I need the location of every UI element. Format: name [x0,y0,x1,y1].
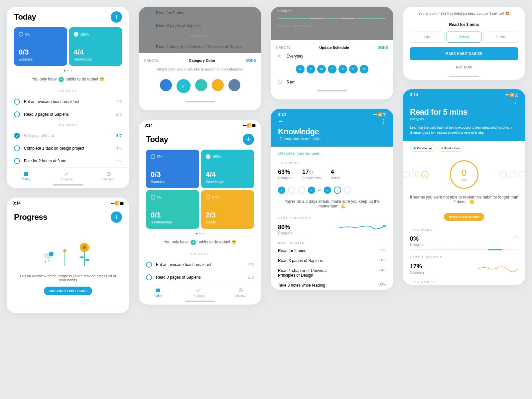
duration-option[interactable]: 5 mins [483,32,518,43]
screen-color-modal: Read for 5 mins2/3 Read 3 pages of Sapie… [139,7,261,110]
tab-settings[interactable]: Settings [103,171,114,181]
add-button[interactable]: + [111,11,122,23]
day-chip[interactable]: W [317,65,326,73]
circle-icon [14,145,20,151]
tab-today[interactable]: Today [22,171,30,181]
status-time: 3:14 [145,123,153,128]
color-option[interactable] [160,79,172,91]
done-button[interactable]: DONE [245,59,256,63]
tab-today[interactable]: Today [154,287,162,297]
screen-make-easier: You should make this habit so easy you c… [403,7,525,80]
not-now-button[interactable]: NOT NOW [403,60,525,74]
habit-row[interactable]: Read 3 pages of Sapiens2/3 [7,108,129,121]
best-habit-row[interactable]: Take 3 notes while reading32% [271,280,393,290]
streak-row: ✓✓✓T [271,183,393,198]
color-option[interactable] [212,79,224,91]
cancel-button[interactable]: CANCEL [144,59,159,63]
illustration [7,227,129,274]
best-habit-row[interactable]: Read for 5 mins92% [271,246,393,256]
category-tag[interactable]: Knowledge [410,145,436,152]
stat: 63%Complete [278,169,292,180]
status-icons: •••• 📶 ▮▮ [242,123,255,128]
category-card[interactable]: 0%0/1Relationships [146,190,199,229]
duration-option[interactable]: 1 min [410,32,445,43]
day-chip[interactable]: S [360,65,368,73]
svg-point-7 [63,249,66,252]
sheet-title: Update Schedule [319,46,349,50]
day-chip[interactable]: M [296,65,305,73]
category-card-knowledge[interactable]: ✓100% 4/4Knowledge [69,27,122,66]
section-morning: MORNING [7,121,129,129]
add-button[interactable]: + [111,211,122,223]
habit-row[interactable]: Read 3 pages of Sapiens2/3 [139,271,261,284]
easier-sub: You should make this habit so easy you c… [403,11,525,20]
svg-line-6 [48,260,49,263]
habit-row[interactable]: Eat an avocado toast breakfast2/3 [139,258,261,271]
category-tag[interactable]: Productivity [438,145,464,152]
stat: 4Habits [331,169,340,180]
color-option[interactable] [195,79,207,91]
category-card[interactable]: 0%0/3Exercise [146,150,199,188]
svg-rect-14 [156,289,160,292]
cloud-rain-icon [42,251,55,267]
sunflower-icon [74,241,94,267]
sheet-title: Category Color [189,59,215,63]
chevron-right-icon: › [385,80,387,84]
stat: 17/28Completions [302,169,321,180]
easier-title: Read for 3 mins [403,20,525,32]
sheet-subtitle: Which color would you like to assign to … [144,63,256,76]
day-chip[interactable]: F [338,65,347,73]
done-button[interactable]: DONE [377,46,388,50]
cancel-button[interactable]: CANCEL [276,46,291,50]
svg-line-5 [45,260,46,263]
duration-option-selected[interactable]: 3 mins [447,32,481,43]
category-card-exercise[interactable]: 0% 0/3Exercise [14,27,67,66]
tab-progress[interactable]: Progress [61,171,72,181]
frequency-row[interactable]: ⇄Everyday› [276,50,388,63]
streak-message: You're on a 2 days streak, make sure you… [271,198,393,213]
best-habit-row[interactable]: Read 1 chapter of Universal Principles o… [271,266,393,280]
more-icon[interactable]: ⋮ [381,118,386,125]
back-icon[interactable]: ← [278,118,284,125]
best-habit-row[interactable]: Read 3 pages of Sapiens88% [271,256,393,266]
more-icon[interactable]: ⋮ [513,99,518,105]
make-easier-button[interactable]: MAKE HABIT EASIER [444,213,484,221]
day-chip[interactable]: T [328,65,336,73]
day-chip[interactable]: S [349,65,358,73]
tab-settings[interactable]: Settings [235,287,246,297]
habit-row[interactable]: Bike for 2 hours at 9 am5/7 [7,155,129,167]
svg-point-16 [240,290,241,291]
check-icon: ✓ [14,133,20,139]
gear-icon [106,171,112,177]
make-easier-button[interactable]: MAKE HABIT EASIER [410,47,518,60]
add-button[interactable]: + [243,134,254,145]
habit-row: Read 3 pages of Sapiens2/3 [139,19,261,32]
repeat-icon: ⇄ [277,54,283,59]
streak-circles: ×× 0days [403,156,525,194]
color-option[interactable] [228,79,240,91]
habit-row[interactable]: Eat an avocado toast breakfast2/3 [7,95,129,108]
habit-row[interactable]: Complete 1 task on design project4/7 [7,142,129,155]
svg-point-4 [49,252,54,256]
progress-ring-icon [19,32,23,37]
category-card[interactable]: 67%2/3Health [201,190,254,229]
page-title: Today [14,12,36,22]
sparkline-icon [339,224,386,234]
status-icons: •••• 📶 ▮▮ [110,201,123,205]
time-row[interactable]: 🕐5 am› [276,75,388,89]
habit-row[interactable]: ✓Wake up at 5 am5/7 [7,129,129,142]
category-card[interactable]: ✓100%4/4Knowledge [201,150,254,188]
tab-progress[interactable]: Progress [193,287,204,297]
chevron-right-icon: › [385,54,387,59]
add-first-habit-button[interactable]: ADD YOUR FIRST HABIT [44,287,92,295]
flower-icon [60,247,70,267]
screen-today-full: 3:14•••• 📶 ▮▮ Today + 0%0/3Exercise ✓100… [139,120,261,305]
screen-knowledge: 3:14•••• 📶 ▯▯ ←⋮ Knowledge 17 completion… [271,109,393,290]
back-icon[interactable]: ← [410,98,416,105]
color-option-selected[interactable]: ✓ [177,79,191,93]
mini-bars [278,15,386,22]
circle-icon [14,158,20,164]
day-chip[interactable]: T [307,65,315,73]
home-indicator [53,184,83,186]
empty-message: Get an overview of the progress you're m… [7,274,129,282]
